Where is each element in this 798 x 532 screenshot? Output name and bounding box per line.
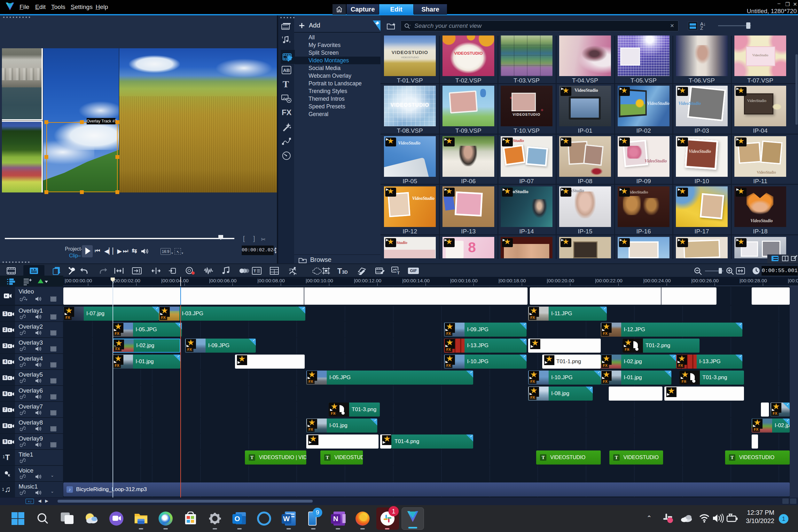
svg-text:AB: AB	[283, 68, 290, 73]
svg-text:T: T	[397, 270, 400, 275]
svg-text:T: T	[253, 269, 256, 273]
